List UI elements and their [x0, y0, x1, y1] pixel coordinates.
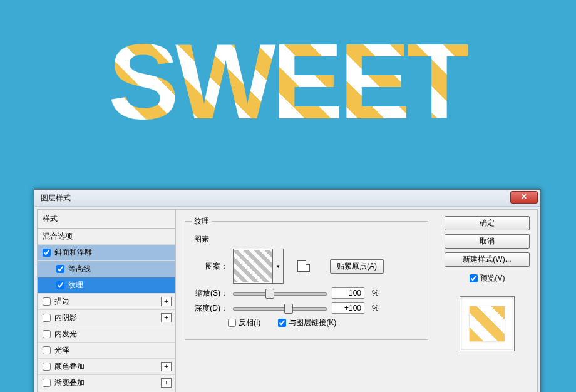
style-item-内发光[interactable]: 内发光 [38, 326, 175, 343]
dialog-title: 图层样式 [41, 193, 71, 202]
close-button[interactable]: ✕ [510, 191, 538, 204]
dialog-buttons: 确定 取消 新建样式(W)... 预览(V) [437, 210, 537, 392]
preview-checkbox[interactable]: 预览(V) [470, 273, 505, 284]
invert-checkbox-input[interactable] [228, 319, 236, 327]
slider-thumb-icon[interactable] [265, 289, 274, 299]
cancel-button[interactable]: 取消 [445, 234, 530, 249]
style-checkbox[interactable] [43, 314, 51, 322]
style-checkbox[interactable] [43, 330, 51, 338]
style-preview [460, 296, 515, 351]
snap-origin-button[interactable]: 贴紧原点(A) [330, 259, 384, 274]
percent-label: % [372, 304, 379, 312]
style-checkbox[interactable] [43, 297, 51, 306]
new-preset-icon[interactable] [297, 260, 310, 272]
style-checkbox[interactable] [56, 281, 64, 289]
style-item-label: 等高线 [68, 264, 91, 274]
styles-header[interactable]: 样式 [38, 210, 175, 229]
pattern-label: 图案： [192, 261, 228, 272]
options-panel: 纹理 图素 图案： ▾ 贴紧原点(A) 缩放(S)： [176, 210, 437, 392]
layer-style-dialog: 图层样式 ✕ 样式 混合选项 斜面和浮雕等高线纹理描边+内阴影+内发光光泽颜色叠… [34, 189, 541, 392]
style-item-label: 斜面和浮雕 [54, 247, 92, 258]
depth-slider[interactable] [233, 304, 327, 312]
link-checkbox-input[interactable] [278, 319, 286, 327]
invert-checkbox[interactable]: 反相(I) [228, 317, 260, 328]
scale-input[interactable] [332, 287, 364, 299]
preview-checkbox-input[interactable] [470, 274, 478, 282]
style-checkbox[interactable] [43, 346, 51, 354]
canvas-artwork: SWEET [0, 0, 576, 135]
element-label: 图素 [194, 234, 421, 245]
style-item-label: 内发光 [54, 329, 77, 339]
scale-label: 缩放(S)： [192, 288, 228, 299]
link-layer-checkbox[interactable]: 与图层链接(K) [278, 317, 336, 328]
style-item-描边[interactable]: 描边+ [38, 294, 175, 310]
texture-fieldset: 纹理 图素 图案： ▾ 贴紧原点(A) 缩放(S)： [185, 216, 428, 340]
add-effect-icon[interactable]: + [161, 313, 172, 322]
scale-slider[interactable] [233, 289, 327, 297]
texture-legend: 纹理 [192, 216, 212, 227]
slider-thumb-icon[interactable] [284, 304, 293, 314]
new-style-button[interactable]: 新建样式(W)... [445, 252, 530, 267]
style-item-斜面和浮雕[interactable]: 斜面和浮雕 [38, 245, 175, 261]
style-checkbox[interactable] [43, 249, 51, 257]
blend-options-label: 混合选项 [43, 231, 73, 242]
style-item-内阴影[interactable]: 内阴影+ [38, 310, 175, 326]
link-label: 与图层链接(K) [289, 317, 336, 328]
style-item-颜色叠加[interactable]: 颜色叠加+ [38, 359, 175, 375]
style-item-渐变叠加[interactable]: 渐变叠加+ [38, 375, 175, 391]
style-item-label: 颜色叠加 [54, 361, 85, 372]
style-item-label: 纹理 [68, 280, 83, 291]
add-effect-icon[interactable]: + [161, 378, 172, 388]
style-item-纹理[interactable]: 纹理 [38, 277, 175, 294]
style-checkbox[interactable] [43, 379, 51, 387]
style-item-label: 描边 [54, 296, 69, 307]
chevron-down-icon[interactable]: ▾ [273, 249, 284, 284]
preview-swatch-icon [470, 306, 505, 341]
close-icon: ✕ [521, 192, 527, 201]
depth-label: 深度(D)： [192, 303, 228, 314]
add-effect-icon[interactable]: + [161, 297, 172, 306]
style-checkbox[interactable] [56, 265, 64, 273]
style-item-label: 光泽 [54, 345, 69, 356]
add-effect-icon[interactable]: + [161, 362, 172, 371]
preview-label: 预览(V) [480, 273, 505, 284]
pattern-picker[interactable]: ▾ [233, 249, 284, 284]
style-checkbox[interactable] [43, 363, 51, 371]
ok-button[interactable]: 确定 [445, 216, 530, 230]
blend-options-row[interactable]: 混合选项 [38, 229, 175, 245]
invert-label: 反相(I) [239, 317, 260, 328]
style-item-光泽[interactable]: 光泽 [38, 343, 175, 359]
style-item-label: 渐变叠加 [54, 378, 85, 388]
style-item-等高线[interactable]: 等高线 [38, 261, 175, 277]
depth-input[interactable] [332, 302, 364, 314]
sweet-text: SWEET [108, 28, 468, 135]
dialog-titlebar[interactable]: 图层样式 ✕ [34, 190, 540, 207]
pattern-swatch [233, 249, 273, 284]
percent-label: % [372, 289, 379, 297]
styles-list: 样式 混合选项 斜面和浮雕等高线纹理描边+内阴影+内发光光泽颜色叠加+渐变叠加+… [38, 210, 176, 392]
style-item-label: 内阴影 [54, 312, 77, 323]
